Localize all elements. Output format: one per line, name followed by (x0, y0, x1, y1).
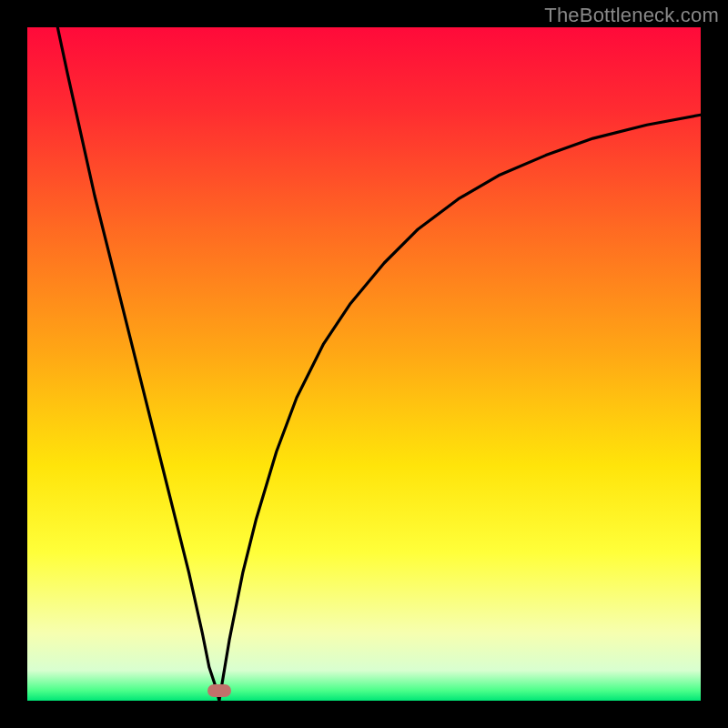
chart-svg (27, 27, 701, 701)
watermark-text: TheBottleneck.com (544, 4, 719, 27)
chart-frame: TheBottleneck.com (0, 0, 728, 728)
minimum-marker (207, 684, 231, 697)
plot-area (27, 27, 701, 701)
gradient-background (27, 27, 701, 701)
